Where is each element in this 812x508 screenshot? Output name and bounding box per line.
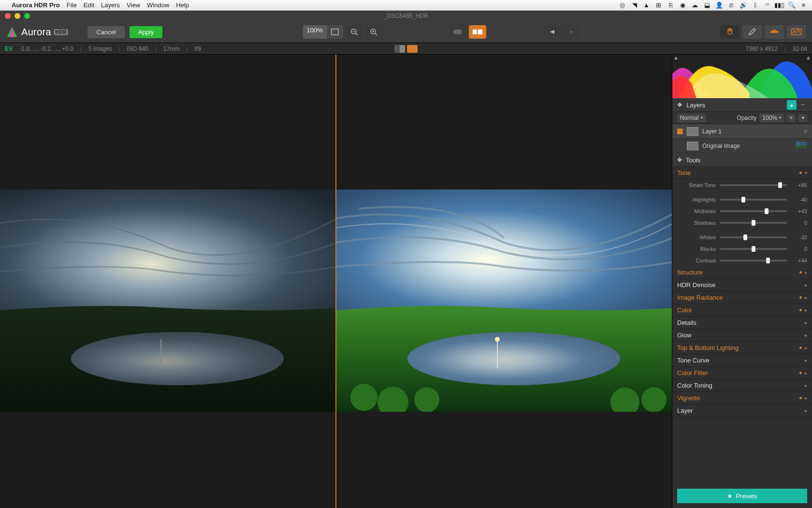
- undo-button[interactable]: [544, 25, 561, 39]
- slider-value: -32: [791, 234, 807, 240]
- shadow-clip-icon[interactable]: ▲: [673, 55, 679, 60]
- mask-mode-button[interactable]: ≡: [787, 114, 796, 122]
- main-toolbar: Aurora HDR Cancel Apply 100%: [0, 21, 812, 43]
- zoom-level[interactable]: 100%: [303, 25, 327, 39]
- histogram[interactable]: ▲ ▲: [672, 55, 812, 98]
- slider-label: Blacks: [682, 246, 716, 252]
- section-color-filter[interactable]: Color Filter▸: [672, 367, 812, 379]
- hand-tool-button[interactable]: [720, 25, 740, 39]
- tray-icon-6[interactable]: ◉: [679, 1, 686, 9]
- tray-spotlight-icon[interactable]: 🔍: [788, 1, 795, 9]
- tray-wifi-icon[interactable]: ⌔: [764, 1, 771, 9]
- split-compare-button[interactable]: [394, 45, 405, 53]
- menu-window[interactable]: Window: [147, 1, 169, 9]
- menu-file[interactable]: File: [67, 1, 77, 9]
- section-tone-curve[interactable]: Tone Curve▸: [672, 354, 812, 367]
- section-color[interactable]: Color▸: [672, 304, 812, 317]
- compare-view-button[interactable]: [469, 25, 486, 39]
- canvas[interactable]: [0, 55, 672, 508]
- section-structure[interactable]: Structure▸: [672, 266, 812, 279]
- section-top-bottom-lighting[interactable]: Top & Bottom Lighting▸: [672, 342, 812, 354]
- tray-cloud-icon[interactable]: ☁: [691, 1, 698, 9]
- highlight-clip-icon[interactable]: ▲: [806, 55, 811, 60]
- side-compare-button[interactable]: [407, 45, 418, 53]
- section-image-radiance[interactable]: Image Radiance▸: [672, 291, 812, 304]
- slider-shadows[interactable]: Shadows0: [672, 217, 812, 229]
- menu-edit[interactable]: Edit: [84, 1, 94, 9]
- slider-smart-tone[interactable]: Smart Tone+85: [672, 179, 812, 191]
- tray-icon-4[interactable]: ⊞: [655, 1, 662, 9]
- menu-help[interactable]: Help: [176, 1, 189, 9]
- tray-dropbox-icon[interactable]: ⬓: [703, 1, 710, 9]
- slider-track[interactable]: [720, 184, 787, 186]
- section-tone[interactable]: Tone ▾: [672, 167, 812, 179]
- apply-button[interactable]: Apply: [130, 26, 163, 38]
- tray-icon-5[interactable]: ⎘: [667, 1, 674, 9]
- brush-tool-button[interactable]: [742, 25, 762, 39]
- layers-title: Layers: [686, 102, 705, 109]
- svg-rect-13: [770, 31, 778, 33]
- menubar-app-name[interactable]: Aurora HDR Pro: [12, 1, 60, 9]
- slider-track[interactable]: [720, 248, 787, 250]
- svg-line-7: [375, 33, 377, 35]
- slider-label: Contrast: [682, 258, 716, 263]
- layer-menu-icon[interactable]: ≡: [804, 128, 807, 135]
- presets-button[interactable]: ★ Presets: [677, 489, 807, 503]
- single-view-button[interactable]: [450, 25, 466, 39]
- ev-label: EV: [5, 45, 13, 52]
- tray-display-icon[interactable]: ⎚: [727, 1, 735, 9]
- slider-track[interactable]: [720, 236, 787, 238]
- blend-mode-select[interactable]: Normal▾: [677, 114, 706, 122]
- layer-row-1[interactable]: Layer 1 ≡: [672, 124, 812, 139]
- menu-layers[interactable]: Layers: [101, 1, 120, 9]
- layer-visibility-icon[interactable]: [677, 129, 683, 134]
- layer-row-original[interactable]: Original Image: [672, 139, 812, 153]
- add-layer-button[interactable]: +: [787, 100, 797, 110]
- section-details[interactable]: Details▸: [672, 317, 812, 329]
- gradient-tool-button[interactable]: [765, 25, 784, 39]
- slider-blacks[interactable]: Blacks0: [672, 243, 812, 255]
- tray-icon-2[interactable]: ◥: [631, 1, 638, 9]
- fit-screen-button[interactable]: [327, 25, 343, 39]
- slider-track[interactable]: [720, 260, 787, 261]
- section-layer[interactable]: Layer▸: [672, 405, 812, 417]
- slider-highlights[interactable]: Highlights-40: [672, 194, 812, 205]
- slider-track[interactable]: [720, 222, 787, 224]
- svg-rect-31: [796, 145, 807, 148]
- tray-icon-3[interactable]: ▲: [643, 1, 650, 9]
- tray-bluetooth-icon[interactable]: ᛒ: [752, 1, 759, 9]
- zoom-in-button[interactable]: [365, 25, 382, 39]
- tray-battery-icon[interactable]: ▮▮▯: [776, 1, 783, 9]
- remove-layer-button[interactable]: −: [798, 100, 807, 110]
- section-vignette[interactable]: Vignette▸: [672, 392, 812, 405]
- layer-options-button[interactable]: ▾: [798, 114, 807, 122]
- section-color-toning[interactable]: Color Toning▸: [672, 379, 812, 392]
- opacity-select[interactable]: 100%▾: [759, 114, 784, 122]
- slider-track[interactable]: [720, 210, 787, 212]
- slider-track[interactable]: [720, 199, 787, 201]
- redo-button[interactable]: [564, 25, 580, 39]
- tray-icon-1[interactable]: ◎: [619, 1, 626, 9]
- cancel-button[interactable]: Cancel: [87, 26, 124, 38]
- slider-contrast[interactable]: Contrast+44: [672, 255, 812, 266]
- slider-whites[interactable]: Whites-32: [672, 232, 812, 243]
- tray-menu-icon[interactable]: ≡: [800, 1, 807, 9]
- layer-blend-row: Normal▾ Opacity 100%▾ ≡ ▾: [672, 112, 812, 124]
- menu-view[interactable]: View: [127, 1, 140, 9]
- window-minimize-button[interactable]: [14, 13, 20, 19]
- slider-value: +44: [791, 258, 807, 263]
- window-zoom-button[interactable]: [24, 13, 30, 19]
- slider-midtones[interactable]: Midtones+43: [672, 205, 812, 217]
- zoom-out-button[interactable]: [346, 25, 362, 39]
- section-glow[interactable]: Glow▸: [672, 329, 812, 342]
- slider-label: Midtones: [682, 208, 716, 214]
- window-titlebar: _DSC6465_HDR: [0, 11, 812, 21]
- window-close-button[interactable]: [5, 13, 11, 19]
- image-count: 5 images: [88, 45, 112, 52]
- tray-user-icon[interactable]: 👤: [715, 1, 723, 9]
- section-hdr-denoise[interactable]: HDR Denoise▸: [672, 279, 812, 291]
- svg-line-4: [356, 33, 358, 35]
- tray-volume-icon[interactable]: 🔊: [740, 1, 747, 9]
- histogram-toggle-button[interactable]: [787, 25, 806, 39]
- slider-value: +85: [791, 182, 807, 188]
